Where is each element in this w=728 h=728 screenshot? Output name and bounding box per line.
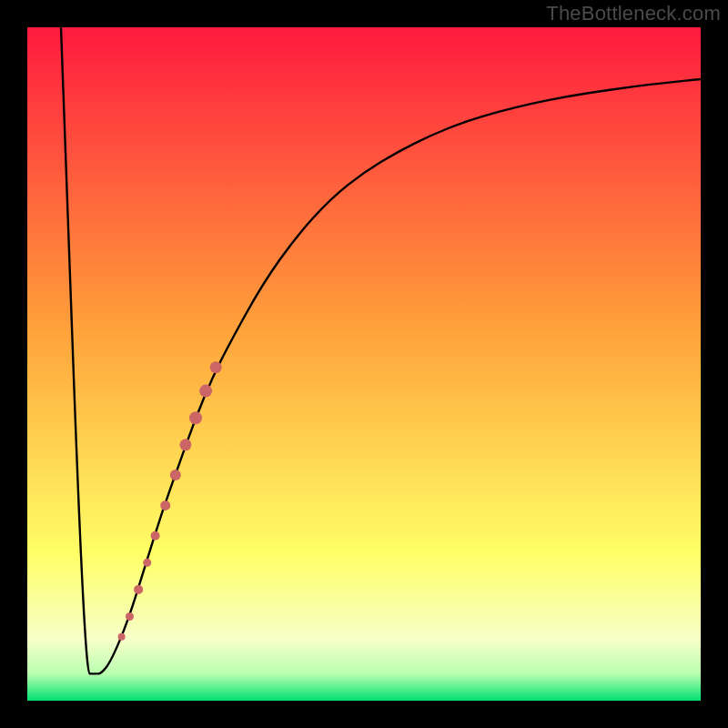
- curve-marker: [134, 585, 143, 594]
- curve-marker: [210, 361, 222, 373]
- curve-marker: [118, 633, 126, 641]
- chart-svg: [0, 0, 728, 728]
- curve-marker: [160, 500, 170, 511]
- curve-marker: [143, 559, 151, 567]
- watermark-text: TheBottleneck.com: [546, 2, 721, 25]
- curve-marker: [179, 439, 191, 450]
- curve-marker: [170, 470, 181, 480]
- curve-marker: [151, 531, 160, 541]
- bottleneck-chart: TheBottleneck.com: [0, 0, 728, 728]
- curve-marker: [199, 385, 212, 398]
- curve-marker: [126, 612, 134, 621]
- plot-area: [27, 27, 701, 701]
- curve-marker: [189, 411, 202, 424]
